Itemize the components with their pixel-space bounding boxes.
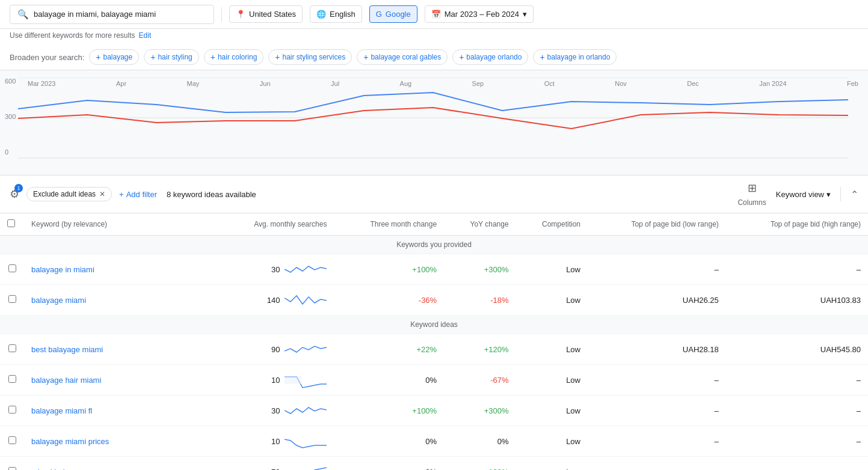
search-input[interactable] xyxy=(34,10,206,19)
row-competition: Low xyxy=(516,426,588,457)
row-checkbox[interactable] xyxy=(0,395,24,426)
chip-label: hair coloring xyxy=(218,53,257,61)
row-checkbox[interactable] xyxy=(0,365,24,395)
edit-link[interactable]: Edit xyxy=(139,31,152,40)
table-body: Keywords you provided balayage in miami … xyxy=(0,236,868,471)
filter-button[interactable]: ⚙ 1 xyxy=(10,188,19,201)
row-yoy: +120% xyxy=(444,334,516,365)
chip-hair-styling-services[interactable]: + hair styling services xyxy=(268,49,352,65)
chip-hair-coloring[interactable]: + hair coloring xyxy=(204,49,264,65)
col-avg-searches: Avg. monthly searches xyxy=(187,213,334,236)
keyword-count: 8 keyword ideas available xyxy=(167,190,256,199)
chip-label: balayage orlando xyxy=(466,53,522,61)
calendar-icon: 📅 xyxy=(431,10,441,19)
row-select-checkbox[interactable] xyxy=(8,344,16,352)
row-bid-high: – xyxy=(726,457,868,471)
search-icon: 🔍 xyxy=(17,9,29,20)
filter-bar-right: ⊞ Columns Keyword view ▾ ⌃ xyxy=(737,182,858,207)
edit-bar: Use different keywords for more results … xyxy=(0,29,868,44)
svg-rect-3 xyxy=(285,376,301,384)
row-competition: Low xyxy=(516,365,588,395)
suggestion-label: Broaden your search: xyxy=(10,53,84,62)
plus-icon: + xyxy=(211,52,215,62)
col-checkbox xyxy=(0,213,24,236)
row-keyword[interactable]: best balayage miami xyxy=(24,334,187,365)
row-competition: Low xyxy=(516,334,588,365)
row-select-checkbox[interactable] xyxy=(8,375,16,383)
row-keyword[interactable]: balayage miami prices xyxy=(24,426,187,457)
platform-filter[interactable]: G Google xyxy=(369,5,417,23)
row-three-month: +22% xyxy=(334,334,444,365)
row-bid-high: – xyxy=(726,426,868,457)
row-checkbox[interactable] xyxy=(0,334,24,365)
row-checkbox[interactable] xyxy=(0,457,24,471)
table-wrapper: Keyword (by relevance) Avg. monthly sear… xyxy=(0,213,868,470)
row-three-month: 0% xyxy=(334,365,444,395)
location-filter[interactable]: 📍 United States xyxy=(229,5,303,23)
row-avg-searches: 10 xyxy=(187,426,334,457)
filter-bar: ⚙ 1 Exclude adult ideas ✕ + Add filter 8… xyxy=(0,175,868,213)
row-keyword[interactable]: balayage miami xyxy=(24,285,187,316)
row-checkbox[interactable] xyxy=(0,426,24,457)
x-label: Feb xyxy=(847,80,858,87)
keyword-view-button[interactable]: Keyword view ▾ xyxy=(776,190,831,199)
row-competition: Low xyxy=(516,395,588,426)
table-row: miami balayage 70 0% +120% Low – – xyxy=(0,457,868,471)
row-checkbox[interactable] xyxy=(0,285,24,316)
exclude-adult-chip[interactable]: Exclude adult ideas ✕ xyxy=(26,187,112,201)
search-box[interactable]: 🔍 xyxy=(10,5,214,24)
row-select-checkbox[interactable] xyxy=(8,264,16,272)
row-bid-high: UAH545.80 xyxy=(726,334,868,365)
chip-label: hair styling xyxy=(158,53,192,61)
chip-label: balayage coral gables xyxy=(371,53,441,61)
collapse-button[interactable]: ⌃ xyxy=(851,189,858,200)
row-three-month: 0% xyxy=(334,457,444,471)
row-yoy: +300% xyxy=(444,254,516,285)
row-select-checkbox[interactable] xyxy=(8,295,16,303)
row-keyword[interactable]: balayage miami fl xyxy=(24,395,187,426)
plus-icon: + xyxy=(150,52,155,62)
row-avg-searches: 140 xyxy=(187,285,334,316)
columns-button[interactable]: ⊞ Columns xyxy=(737,182,766,207)
row-select-checkbox[interactable] xyxy=(8,436,16,444)
row-competition: Low xyxy=(516,254,588,285)
close-icon[interactable]: ✕ xyxy=(99,190,105,198)
row-checkbox[interactable] xyxy=(0,254,24,285)
language-filter[interactable]: 🌐 English xyxy=(310,5,362,23)
chart-y-labels: 600 300 0 xyxy=(5,78,16,156)
row-select-checkbox[interactable] xyxy=(8,467,16,470)
chip-balayage[interactable]: + balayage xyxy=(89,49,139,65)
plus-icon: + xyxy=(275,52,280,62)
section-label: Keywords you provided xyxy=(0,236,868,254)
row-bid-low: – xyxy=(588,457,726,471)
plus-icon: + xyxy=(363,52,368,62)
google-icon: G xyxy=(376,10,382,19)
chip-label: hair styling services xyxy=(283,53,346,61)
section-header-0: Keywords you provided xyxy=(0,236,868,254)
plus-icon: + xyxy=(119,190,124,199)
row-three-month: -36% xyxy=(334,285,444,316)
plus-icon: + xyxy=(540,52,544,62)
section-header-1: Keyword ideas xyxy=(0,316,868,334)
chip-hair-styling[interactable]: + hair styling xyxy=(144,49,199,65)
chip-in-orlando[interactable]: + balayage in orlando xyxy=(533,49,617,65)
row-bid-low: – xyxy=(588,426,726,457)
table-row: balayage miami fl 30 +100% +300% Low – – xyxy=(0,395,868,426)
add-filter-button[interactable]: + Add filter xyxy=(119,190,157,199)
chip-coral-gables[interactable]: + balayage coral gables xyxy=(357,49,448,65)
row-yoy: +120% xyxy=(444,457,516,471)
row-keyword[interactable]: balayage in miami xyxy=(24,254,187,285)
chip-orlando[interactable]: + balayage orlando xyxy=(452,49,528,65)
select-all-checkbox[interactable] xyxy=(7,219,15,227)
chip-label: balayage in orlando xyxy=(547,53,611,61)
row-select-checkbox[interactable] xyxy=(8,406,16,414)
keywords-table: Keyword (by relevance) Avg. monthly sear… xyxy=(0,213,868,470)
row-bid-low: – xyxy=(588,395,726,426)
table-row: balayage miami 140 -36% -18% Low UAH26.2… xyxy=(0,285,868,316)
row-keyword[interactable]: miami balayage xyxy=(24,457,187,471)
chevron-down-icon: ▾ xyxy=(826,190,831,199)
row-avg-searches: 30 xyxy=(187,254,334,285)
row-keyword[interactable]: balayage hair miami xyxy=(24,365,187,395)
date-filter[interactable]: 📅 Mar 2023 – Feb 2024 ▾ xyxy=(425,5,534,23)
table-row: balayage in miami 30 +100% +300% Low – – xyxy=(0,254,868,285)
